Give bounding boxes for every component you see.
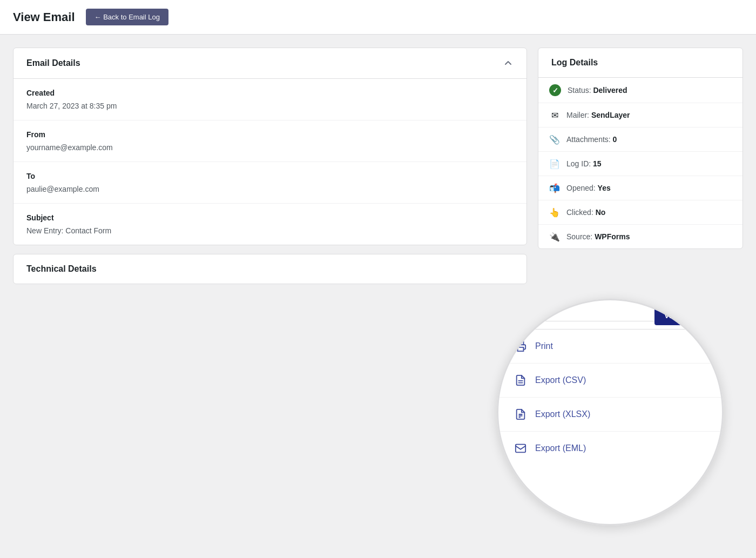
log-details-title: Log Details (551, 58, 598, 68)
from-row: From yourname@example.com (14, 120, 526, 162)
envelope-icon: ✉ (549, 110, 560, 120)
log-id-value: 15 (593, 159, 602, 168)
page-title: View Email (13, 10, 75, 24)
created-label: Created (26, 89, 514, 97)
cursor-icon: 👆 (549, 207, 560, 218)
technical-details-title: Technical Details (26, 264, 97, 274)
log-item-mailer: ✉ Mailer: SendLayer (538, 103, 742, 127)
created-row: Created March 27, 2023 at 8:35 pm (14, 79, 526, 120)
log-status-value: Delivered (593, 86, 627, 95)
technical-details-header: Technical Details (14, 254, 526, 284)
log-details-card: Log Details Status: Delivered ✉ Mailer: … (538, 48, 743, 249)
from-label: From (26, 130, 514, 139)
log-id-text: Log ID: 15 (566, 159, 602, 168)
log-mailer-value: SendLayer (591, 111, 630, 119)
document-icon: 📄 (549, 158, 560, 169)
log-item-clicked: 👆 Clicked: No (538, 200, 742, 225)
log-item-status: Status: Delivered (538, 78, 742, 103)
subject-value: New Entry: Contact Form (26, 226, 514, 235)
log-opened-value: Yes (598, 184, 611, 192)
log-item-source: 🔌 Source: WPForms (538, 225, 742, 248)
log-attachments-text: Attachments: 0 (566, 135, 617, 144)
log-details-header: Log Details (538, 48, 742, 78)
log-clicked-text: Clicked: No (566, 208, 605, 217)
left-column: Email Details Created March 27, 2023 at … (13, 48, 527, 284)
email-details-card: Email Details Created March 27, 2023 at … (13, 48, 527, 245)
technical-details-card: Technical Details (13, 254, 527, 284)
to-label: To (26, 172, 514, 180)
log-item-opened: 📬 Opened: Yes (538, 176, 742, 200)
main-content: Email Details Created March 27, 2023 at … (0, 35, 756, 297)
to-row: To paulie@example.com (14, 162, 526, 204)
log-opened-text: Opened: Yes (566, 184, 611, 192)
log-item-log-id: 📄 Log ID: 15 (538, 152, 742, 176)
subject-label: Subject (26, 213, 514, 222)
log-status-text: Status: Delivered (568, 86, 627, 95)
paperclip-icon: 📎 (549, 134, 560, 145)
log-mailer-text: Mailer: SendLayer (566, 111, 630, 119)
plug-icon: 🔌 (549, 231, 560, 242)
check-circle-icon (549, 84, 561, 96)
open-envelope-icon: 📬 (549, 183, 560, 193)
log-item-attachments: 📎 Attachments: 0 (538, 127, 742, 152)
email-details-title: Email Details (26, 58, 80, 68)
log-source-text: Source: WPForms (566, 232, 630, 241)
from-value: yourname@example.com (26, 143, 514, 152)
collapse-icon[interactable] (503, 58, 514, 69)
log-source-value: WPForms (595, 232, 630, 241)
to-value: paulie@example.com (26, 185, 514, 193)
created-value: March 27, 2023 at 8:35 pm (26, 102, 514, 110)
subject-row: Subject New Entry: Contact Form (14, 204, 526, 245)
back-to-email-log-button[interactable]: ← Back to Email Log (86, 9, 168, 25)
email-details-header: Email Details (14, 48, 526, 79)
right-column: Log Details Status: Delivered ✉ Mailer: … (538, 48, 743, 284)
log-clicked-value: No (596, 208, 606, 217)
page-header: View Email ← Back to Email Log (0, 0, 756, 35)
log-attachments-value: 0 (613, 135, 617, 144)
